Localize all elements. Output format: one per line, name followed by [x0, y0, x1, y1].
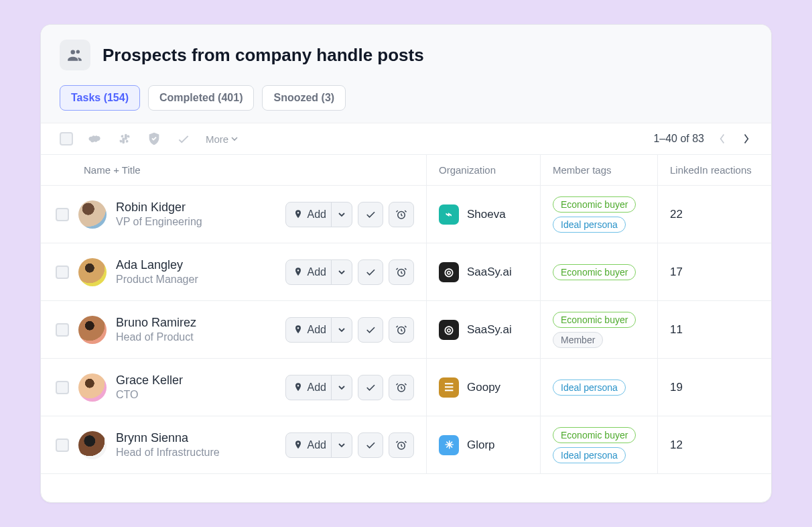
tag: Ideal persona [553, 379, 626, 396]
check-icon [364, 266, 377, 278]
add-button[interactable]: Add [285, 375, 336, 400]
alarm-icon [395, 266, 407, 278]
salesforce-icon[interactable] [88, 131, 103, 146]
row-actions: Add [285, 317, 414, 343]
chevron-down-icon [338, 442, 345, 449]
avatar [78, 316, 107, 344]
tag: Economic buyer [553, 264, 636, 280]
tag: Economic buyer [553, 312, 636, 328]
snooze-button[interactable] [389, 317, 414, 343]
tag: Economic buyer [553, 427, 636, 443]
tab-1[interactable]: Completed (401) [148, 85, 254, 111]
org-logo: ☰ [439, 377, 459, 398]
complete-button[interactable] [358, 375, 383, 400]
person-title: VP of Engineering [116, 216, 276, 228]
table-row: Ada Langley Product Manager Add ◎ SaaSy.… [41, 243, 771, 301]
tabs: Tasks (154)Completed (401)Snoozed (3) [60, 85, 752, 111]
snooze-button[interactable] [389, 432, 414, 458]
column-headers: Name + Title Organization Member tags Li… [41, 155, 771, 186]
add-dropdown-button[interactable] [331, 202, 352, 227]
person-name: Brynn Sienna [116, 431, 276, 445]
row-checkbox[interactable] [56, 381, 69, 394]
row-checkbox[interactable] [56, 323, 69, 337]
person: Robin Kidger VP of Engineering [116, 200, 276, 228]
complete-button[interactable] [358, 259, 383, 285]
row-actions: Add [285, 202, 414, 227]
check-icon [364, 382, 377, 394]
slack-icon[interactable] [117, 131, 132, 146]
more-label: More [206, 133, 228, 145]
complete-button[interactable] [358, 202, 383, 227]
snooze-button[interactable] [389, 259, 414, 285]
people-icon [60, 40, 90, 70]
chevron-down-icon [338, 211, 345, 218]
row-actions: Add [285, 259, 414, 285]
shield-check-icon[interactable] [147, 131, 161, 146]
person: Ada Langley Product Manager [116, 258, 276, 286]
tab-0[interactable]: Tasks (154) [60, 85, 140, 111]
add-dropdown-button[interactable] [331, 375, 352, 400]
chevron-down-icon [338, 327, 345, 333]
person-title: Head of Infrastructure [116, 447, 276, 459]
person-name: Bruno Ramirez [116, 316, 276, 330]
toolbar: More 1–40 of 83 [41, 123, 771, 155]
person-title: Head of Product [116, 331, 276, 343]
complete-button[interactable] [358, 317, 383, 343]
person: Brynn Sienna Head of Infrastructure [116, 431, 276, 459]
avatar [78, 258, 107, 286]
add-label: Add [308, 439, 326, 451]
org-logo: ✳ [439, 435, 459, 455]
add-button[interactable]: Add [285, 432, 336, 458]
row-actions: Add [285, 432, 414, 458]
org-name: SaaSy.ai [467, 323, 512, 337]
snooze-button[interactable] [389, 375, 414, 400]
row-actions: Add [285, 375, 414, 400]
chevron-down-icon [338, 384, 345, 391]
add-dropdown-button[interactable] [331, 259, 352, 285]
add-button[interactable]: Add [285, 317, 336, 343]
alarm-icon [395, 439, 407, 451]
tag: Member [553, 332, 603, 348]
pin-icon [293, 209, 303, 220]
select-all-checkbox[interactable] [60, 132, 73, 145]
org-logo: ◎ [439, 262, 459, 282]
header: Prospects from company handle posts Task… [41, 25, 771, 123]
next-page-button[interactable] [740, 133, 752, 145]
page-title: Prospects from company handle posts [103, 45, 424, 66]
tags-cell: Economic buyerIdeal persona [540, 186, 657, 243]
tag: Economic buyer [553, 196, 636, 213]
add-dropdown-button[interactable] [331, 432, 352, 458]
more-menu[interactable]: More [206, 133, 238, 145]
add-label: Add [308, 324, 326, 336]
prev-page-button[interactable] [716, 133, 728, 145]
person-title: Product Manager [116, 274, 276, 286]
person: Bruno Ramirez Head of Product [116, 316, 276, 343]
person-name: Robin Kidger [116, 200, 276, 215]
add-dropdown-button[interactable] [331, 317, 352, 343]
reactions-count: 22 [670, 208, 683, 221]
row-checkbox[interactable] [56, 438, 69, 452]
add-label: Add [308, 382, 326, 394]
add-button[interactable]: Add [285, 202, 336, 227]
col-org: Organization [426, 155, 540, 185]
complete-button[interactable] [358, 432, 383, 458]
row-checkbox[interactable] [56, 266, 69, 279]
tab-2[interactable]: Snoozed (3) [262, 85, 346, 111]
avatar [78, 431, 107, 459]
org-name: SaaSy.ai [467, 266, 512, 279]
prospects-card: Prospects from company handle posts Task… [40, 24, 772, 503]
reactions-count: 17 [670, 266, 683, 279]
check-icon[interactable] [176, 131, 191, 146]
tags-cell: Ideal persona [540, 359, 657, 416]
org-logo: ⌁ [439, 204, 459, 225]
org-name: Glorp [467, 438, 495, 452]
col-tags: Member tags [540, 155, 657, 185]
row-checkbox[interactable] [56, 208, 69, 221]
add-button[interactable]: Add [285, 259, 336, 285]
avatar [78, 200, 107, 229]
pagination-text: 1–40 of 83 [653, 133, 704, 145]
snooze-button[interactable] [389, 202, 414, 227]
alarm-icon [395, 382, 407, 394]
col-reactions: LinkedIn reactions [657, 155, 771, 185]
check-icon [364, 439, 377, 451]
